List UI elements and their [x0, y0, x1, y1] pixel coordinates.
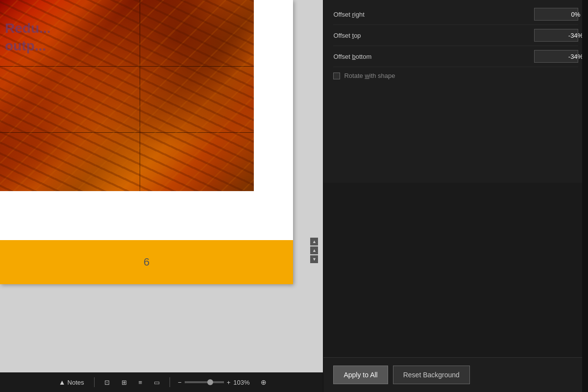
bottom-buttons: Apply to All Reset Background — [323, 357, 588, 392]
properties-area: Offset right ▲ ▼ Offset top — [323, 0, 588, 183]
offset-right-input[interactable] — [535, 11, 588, 18]
zoom-slider[interactable] — [185, 381, 224, 383]
zoom-value[interactable]: 103% — [233, 379, 253, 386]
toolbar-separator-2 — [170, 377, 170, 387]
reset-background-button[interactable]: Reset Background — [393, 366, 470, 384]
zoom-plus-button[interactable]: + — [227, 379, 231, 386]
normal-view-button[interactable]: ⊡ — [102, 378, 112, 387]
slide-scroll-controls: ▲ ▲ ▼ — [310, 238, 318, 263]
slide-image — [0, 0, 254, 191]
settings-panel: Offset right ▲ ▼ Offset top — [323, 0, 588, 392]
zoom-slider-track — [185, 381, 224, 383]
slide-area: Redu... outp... 6 ▲ ▲ ▼ ▲ Notes ⊡ — [0, 0, 323, 392]
scroll-up-arrow[interactable]: ▲ — [310, 238, 318, 245]
grid-overlay — [0, 0, 254, 191]
zoom-control: − + 103% — [178, 379, 253, 386]
slide-sorter-icon: ⊞ — [122, 379, 127, 386]
offset-bottom-underline: b — [352, 53, 356, 60]
offset-bottom-spinner[interactable]: ▲ ▼ — [534, 50, 578, 63]
apply-to-all-button[interactable]: Apply to All — [333, 366, 388, 384]
scroll-bottom-btn[interactable]: ▼ — [310, 255, 318, 263]
grid-line-vertical — [140, 0, 140, 191]
reading-view-icon: ≡ — [139, 379, 143, 386]
grid-line-horizontal-1 — [0, 132, 254, 133]
zoom-slider-thumb — [207, 379, 213, 385]
offset-top-spinner[interactable]: ▲ ▼ — [534, 29, 578, 42]
bottom-toolbar: ▲ Notes ⊡ ⊞ ≡ ▭ − — [0, 372, 323, 392]
zoom-minus-button[interactable]: − — [178, 379, 182, 386]
offset-bottom-label: Offset bottom — [333, 53, 371, 60]
toolbar-separator-1 — [94, 377, 95, 387]
main-container: Redu... outp... 6 ▲ ▲ ▼ ▲ Notes ⊡ — [0, 0, 588, 392]
slide-sorter-button[interactable]: ⊞ — [120, 378, 129, 387]
rotate-with-shape-label: Rotate with shape — [344, 72, 395, 79]
yellow-bar: 6 — [0, 240, 293, 284]
offset-top-row: Offset top ▲ ▼ — [333, 25, 578, 46]
offset-top-input[interactable] — [535, 32, 588, 39]
grid-line-horizontal-2 — [0, 66, 254, 67]
reading-view-button[interactable]: ≡ — [137, 378, 145, 387]
slide-page: Redu... outp... 6 — [0, 0, 293, 284]
offset-right-label: Offset right — [333, 11, 364, 18]
notes-icon: ▲ — [59, 378, 66, 386]
offset-bottom-row: Offset bottom ▲ ▼ — [333, 46, 578, 67]
rotate-with-shape-checkbox[interactable] — [333, 73, 340, 79]
offset-right-spinner[interactable]: ▲ ▼ — [534, 8, 578, 21]
slideshow-button[interactable]: ▭ — [152, 378, 162, 387]
rotate-with-shape-row: Rotate with shape — [333, 67, 578, 84]
fit-button[interactable]: ⊕ — [261, 378, 267, 386]
slide-number: 6 — [0, 240, 293, 284]
offset-right-underline: r — [352, 11, 354, 18]
scroll-top-btn[interactable]: ▲ — [310, 246, 318, 254]
slideshow-icon: ▭ — [154, 379, 160, 386]
normal-view-icon: ⊡ — [104, 379, 110, 386]
right-scrollbar[interactable] — [582, 0, 588, 392]
empty-space — [323, 183, 588, 358]
offset-top-underline: t — [352, 32, 354, 39]
offset-bottom-input[interactable] — [535, 53, 588, 60]
offset-right-row: Offset right ▲ ▼ — [333, 4, 578, 25]
notes-label: Notes — [68, 379, 84, 386]
offset-top-label: Offset top — [333, 32, 361, 39]
notes-button[interactable]: ▲ Notes — [57, 377, 86, 387]
